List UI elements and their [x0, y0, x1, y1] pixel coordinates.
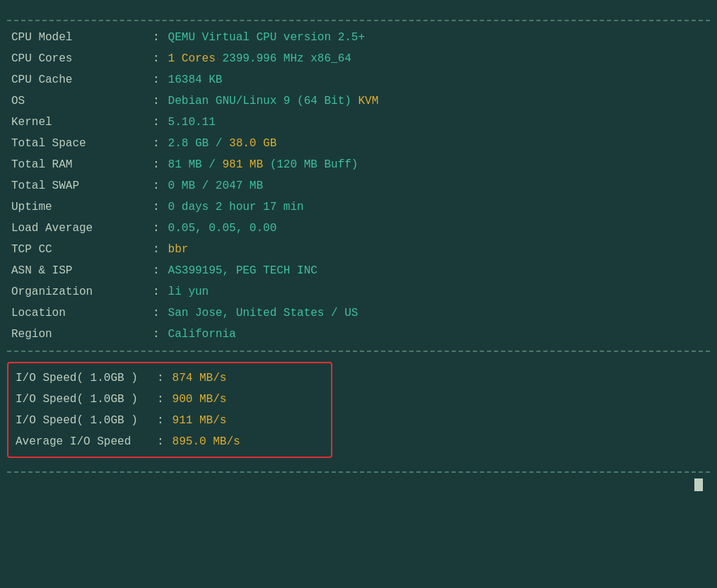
sep-1: :	[148, 48, 164, 69]
table-row: Load Average : 0.05, 0.05, 0.00	[7, 218, 710, 239]
middle-dashed-line	[7, 351, 710, 352]
terminal-window: CPU Model : QEMU Virtual CPU version 2.5…	[7, 7, 710, 498]
sep-6: :	[148, 154, 164, 175]
value-cpu-model: QEMU Virtual CPU version 2.5+	[164, 27, 710, 48]
label-tcp-cc: TCP CC	[7, 239, 148, 260]
sep-3: :	[148, 90, 164, 112]
table-row: Region : California	[7, 324, 710, 345]
value-location: San Jose, United States / US	[164, 302, 710, 324]
bottom-dashed-line	[7, 471, 710, 473]
sep-7: :	[148, 175, 164, 196]
label-organization: Organization	[7, 281, 148, 302]
value-avg-io-speed: 895.0 MB/s	[168, 431, 328, 452]
label-region: Region	[7, 324, 148, 345]
table-row: Uptime : 0 days 2 hour 17 min	[7, 196, 710, 218]
value-cpu-cores: 1 Cores 2399.996 MHz x86_64	[164, 48, 710, 69]
value-load-average: 0.05, 0.05, 0.00	[164, 218, 710, 239]
sep-9: :	[148, 218, 164, 239]
system-info-table: CPU Model : QEMU Virtual CPU version 2.5…	[7, 27, 710, 345]
sep-8: :	[148, 196, 164, 218]
label-total-ram: Total RAM	[7, 154, 148, 175]
table-row: Organization : li yun	[7, 281, 710, 302]
value-region: California	[164, 324, 710, 345]
cursor-area	[7, 478, 710, 491]
table-row: OS : Debian GNU/Linux 9 (64 Bit) KVM	[7, 90, 710, 112]
table-row: Total RAM : 81 MB / 981 MB (120 MB Buff)	[7, 154, 710, 175]
sep-0: :	[148, 27, 164, 48]
io-speed-section: I/O Speed( 1.0GB ) : 874 MB/s I/O Speed(…	[7, 362, 332, 458]
table-row: CPU Cache : 16384 KB	[7, 69, 710, 90]
label-load-average: Load Average	[7, 218, 148, 239]
io-speed-table: I/O Speed( 1.0GB ) : 874 MB/s I/O Speed(…	[11, 368, 328, 452]
label-cpu-model: CPU Model	[7, 27, 148, 48]
sep-io-1: :	[153, 389, 168, 410]
label-avg-io-speed: Average I/O Speed	[11, 431, 153, 452]
label-total-swap: Total SWAP	[7, 175, 148, 196]
label-kernel: Kernel	[7, 112, 148, 133]
value-kernel: 5.10.11	[164, 112, 710, 133]
sep-2: :	[148, 69, 164, 90]
sep-4: :	[148, 112, 164, 133]
label-total-space: Total Space	[7, 133, 148, 154]
table-row: CPU Model : QEMU Virtual CPU version 2.5…	[7, 27, 710, 48]
table-row: TCP CC : bbr	[7, 239, 710, 260]
label-uptime: Uptime	[7, 196, 148, 218]
sep-12: :	[148, 281, 164, 302]
value-os: Debian GNU/Linux 9 (64 Bit) KVM	[164, 90, 710, 112]
value-total-space: 2.8 GB / 38.0 GB	[164, 133, 710, 154]
value-cpu-cache: 16384 KB	[164, 69, 710, 90]
sep-14: :	[148, 324, 164, 345]
label-io-speed-3: I/O Speed( 1.0GB )	[11, 410, 153, 431]
sep-io-0: :	[153, 368, 168, 389]
table-row: CPU Cores : 1 Cores 2399.996 MHz x86_64	[7, 48, 710, 69]
label-io-speed-1: I/O Speed( 1.0GB )	[11, 368, 153, 389]
table-row: Total SWAP : 0 MB / 2047 MB	[7, 175, 710, 196]
value-io-speed-3: 911 MB/s	[168, 410, 328, 431]
value-total-ram: 81 MB / 981 MB (120 MB Buff)	[164, 154, 710, 175]
sep-11: :	[148, 260, 164, 281]
value-io-speed-2: 900 MB/s	[168, 389, 328, 410]
table-row: Location : San Jose, United States / US	[7, 302, 710, 324]
table-row: I/O Speed( 1.0GB ) : 900 MB/s	[11, 389, 328, 410]
value-tcp-cc: bbr	[164, 239, 710, 260]
table-row: Kernel : 5.10.11	[7, 112, 710, 133]
table-row: I/O Speed( 1.0GB ) : 874 MB/s	[11, 368, 328, 389]
value-asn-isp: AS399195, PEG TECH INC	[164, 260, 710, 281]
terminal-cursor	[694, 478, 703, 491]
value-organization: li yun	[164, 281, 710, 302]
value-total-swap: 0 MB / 2047 MB	[164, 175, 710, 196]
label-cpu-cache: CPU Cache	[7, 69, 148, 90]
table-row: Average I/O Speed : 895.0 MB/s	[11, 431, 328, 452]
value-uptime: 0 days 2 hour 17 min	[164, 196, 710, 218]
label-location: Location	[7, 302, 148, 324]
table-row: I/O Speed( 1.0GB ) : 911 MB/s	[11, 410, 328, 431]
value-io-speed-1: 874 MB/s	[168, 368, 328, 389]
sep-13: :	[148, 302, 164, 324]
sep-io-3: :	[153, 431, 168, 452]
table-row: Total Space : 2.8 GB / 38.0 GB	[7, 133, 710, 154]
sep-10: :	[148, 239, 164, 260]
table-row: ASN & ISP : AS399195, PEG TECH INC	[7, 260, 710, 281]
sep-io-2: :	[153, 410, 168, 431]
label-io-speed-2: I/O Speed( 1.0GB )	[11, 389, 153, 410]
label-os: OS	[7, 90, 148, 112]
label-asn-isp: ASN & ISP	[7, 260, 148, 281]
sep-5: :	[148, 133, 164, 154]
top-dashed-line	[7, 20, 710, 21]
label-cpu-cores: CPU Cores	[7, 48, 148, 69]
